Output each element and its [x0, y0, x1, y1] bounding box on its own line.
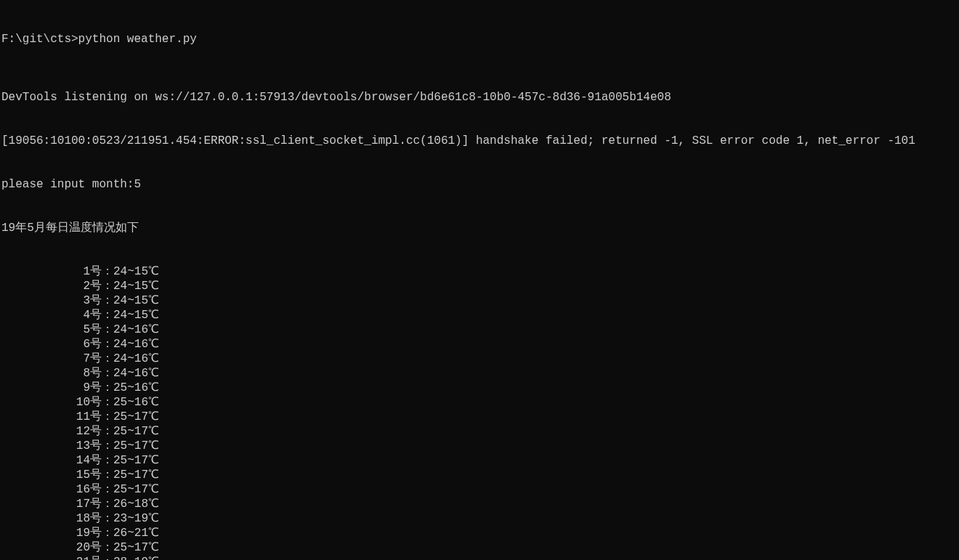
temperature-row: 20号：25~17℃ [1, 540, 959, 555]
temperature-value: 25~17℃ [113, 425, 159, 438]
log-line: DevTools listening on ws://127.0.0.1:579… [1, 90, 959, 105]
separator-label: 号： [90, 556, 113, 560]
day-label: 18 [1, 511, 90, 526]
separator-label: 号： [90, 294, 113, 307]
temperature-value: 28~19℃ [113, 556, 159, 560]
temperature-row: 11号：25~17℃ [1, 410, 959, 424]
temperature-value: 24~15℃ [113, 265, 159, 278]
temperature-value: 24~16℃ [113, 323, 159, 336]
temperature-row: 2号：24~15℃ [1, 279, 959, 293]
temperature-value: 25~17℃ [113, 483, 159, 496]
temperature-row: 8号：24~16℃ [1, 366, 959, 381]
separator-label: 号： [90, 483, 113, 496]
temperature-value: 24~15℃ [113, 280, 159, 293]
separator-label: 号： [90, 425, 113, 438]
day-label: 4 [1, 308, 90, 322]
separator-label: 号： [90, 527, 113, 540]
day-label: 5 [1, 322, 90, 337]
temperature-value: 24~15℃ [113, 309, 159, 322]
log-line: [19056:10100:0523/211951.454:ERROR:ssl_c… [1, 134, 959, 148]
separator-label: 号： [90, 454, 113, 467]
temperature-value: 24~16℃ [113, 338, 159, 351]
day-label: 2 [1, 279, 90, 293]
temperature-value: 26~21℃ [113, 527, 159, 540]
temperature-row: 12号：25~17℃ [1, 424, 959, 439]
temperature-value: 23~19℃ [113, 512, 159, 525]
temperature-value: 25~17℃ [113, 468, 159, 482]
temperature-value: 25~17℃ [113, 439, 159, 453]
day-label: 6 [1, 337, 90, 352]
temperature-row: 4号：24~15℃ [1, 308, 959, 322]
separator-label: 号： [90, 309, 113, 322]
separator-label: 号： [90, 541, 113, 554]
separator-label: 号： [90, 265, 113, 278]
day-label: 15 [1, 468, 90, 482]
temperature-row: 10号：25~16℃ [1, 395, 959, 410]
temperature-value: 26~18℃ [113, 498, 159, 511]
day-label: 20 [1, 540, 90, 555]
day-label: 16 [1, 482, 90, 497]
separator-label: 号： [90, 396, 113, 409]
day-label: 21 [1, 555, 90, 560]
temperature-row: 6号：24~16℃ [1, 337, 959, 352]
temperature-row: 16号：25~17℃ [1, 482, 959, 497]
temperature-row: 3号：24~15℃ [1, 293, 959, 308]
day-label: 7 [1, 352, 90, 366]
temperature-row: 18号：23~19℃ [1, 511, 959, 526]
day-label: 9 [1, 381, 90, 395]
separator-label: 号： [90, 367, 113, 380]
separator-label: 号： [90, 512, 113, 525]
separator-label: 号： [90, 468, 113, 482]
day-label: 8 [1, 366, 90, 381]
temperature-row: 17号：26~18℃ [1, 497, 959, 511]
log-line: please input month:5 [1, 177, 959, 192]
separator-label: 号： [90, 280, 113, 293]
day-label: 11 [1, 410, 90, 424]
temperature-row: 1号：24~15℃ [1, 264, 959, 279]
temperature-value: 24~16℃ [113, 352, 159, 365]
temperature-list: 1号：24~15℃2号：24~15℃3号：24~15℃4号：24~15℃5号：2… [1, 264, 959, 560]
separator-label: 号： [90, 498, 113, 511]
temperature-value: 25~17℃ [113, 410, 159, 423]
temperature-value: 25~17℃ [113, 454, 159, 467]
temperature-row: 21号：28~19℃ [1, 555, 959, 560]
temperature-row: 5号：24~16℃ [1, 322, 959, 337]
day-label: 14 [1, 453, 90, 468]
temperature-row: 15号：25~17℃ [1, 468, 959, 482]
separator-label: 号： [90, 410, 113, 423]
temperature-value: 25~16℃ [113, 381, 159, 394]
day-label: 3 [1, 293, 90, 308]
separator-label: 号： [90, 338, 113, 351]
separator-label: 号： [90, 352, 113, 365]
separator-label: 号： [90, 439, 113, 453]
temperature-value: 24~15℃ [113, 294, 159, 307]
temperature-value: 24~16℃ [113, 367, 159, 380]
separator-label: 号： [90, 381, 113, 394]
temperature-row: 13号：25~17℃ [1, 439, 959, 453]
day-label: 10 [1, 395, 90, 410]
day-label: 13 [1, 439, 90, 453]
separator-label: 号： [90, 323, 113, 336]
log-line: 19年5月每日温度情况如下 [1, 221, 959, 235]
command-prompt-line: F:\git\cts>python weather.py [1, 32, 959, 46]
temperature-row: 9号：25~16℃ [1, 381, 959, 395]
day-label: 1 [1, 264, 90, 279]
day-label: 12 [1, 424, 90, 439]
day-label: 17 [1, 497, 90, 511]
terminal-output[interactable]: F:\git\cts>python weather.py DevTools li… [0, 0, 959, 560]
temperature-value: 25~17℃ [113, 541, 159, 554]
temperature-row: 7号：24~16℃ [1, 352, 959, 366]
temperature-row: 19号：26~21℃ [1, 526, 959, 540]
temperature-value: 25~16℃ [113, 396, 159, 409]
day-label: 19 [1, 526, 90, 540]
temperature-row: 14号：25~17℃ [1, 453, 959, 468]
